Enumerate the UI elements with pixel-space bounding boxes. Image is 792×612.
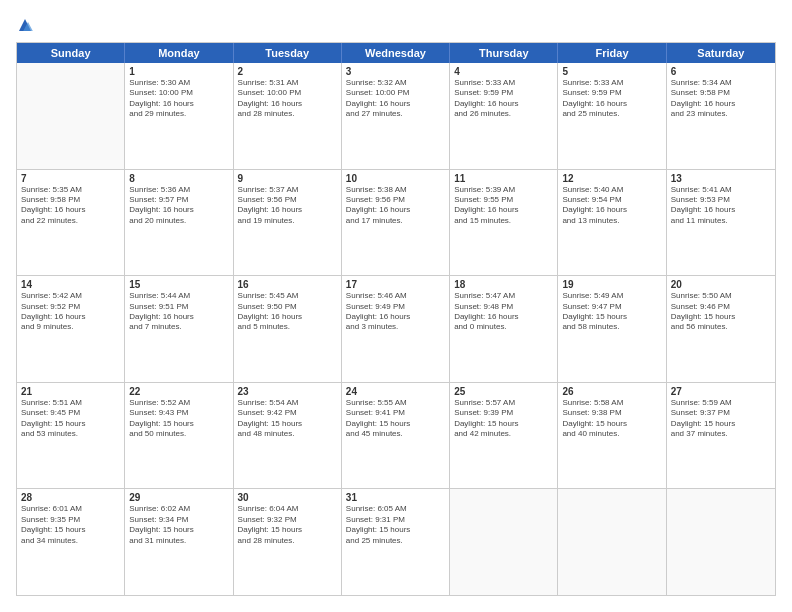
cell-info-line: Sunrise: 5:45 AM [238,291,337,301]
cell-info-line: and 11 minutes. [671,216,771,226]
cell-info-line: Sunset: 9:58 PM [671,88,771,98]
cell-info-line: Sunrise: 5:37 AM [238,185,337,195]
calendar-cell: 23Sunrise: 5:54 AMSunset: 9:42 PMDayligh… [234,383,342,489]
day-number: 22 [129,386,228,397]
cell-info-line: Sunset: 9:52 PM [21,302,120,312]
cell-info-line: Sunset: 9:32 PM [238,515,337,525]
calendar-cell: 5Sunrise: 5:33 AMSunset: 9:59 PMDaylight… [558,63,666,169]
cell-info-line: Sunrise: 5:33 AM [454,78,553,88]
calendar-cell: 16Sunrise: 5:45 AMSunset: 9:50 PMDayligh… [234,276,342,382]
cell-info-line: and 7 minutes. [129,322,228,332]
cell-info-line: and 17 minutes. [346,216,445,226]
logo [16,16,36,34]
calendar-cell: 21Sunrise: 5:51 AMSunset: 9:45 PMDayligh… [17,383,125,489]
calendar-cell: 11Sunrise: 5:39 AMSunset: 9:55 PMDayligh… [450,170,558,276]
cell-info-line: Sunrise: 5:51 AM [21,398,120,408]
header-day-saturday: Saturday [667,43,775,63]
cell-info-line: and 48 minutes. [238,429,337,439]
cell-info-line: Sunset: 9:47 PM [562,302,661,312]
cell-info-line: Daylight: 15 hours [129,525,228,535]
cell-info-line: Sunset: 9:51 PM [129,302,228,312]
calendar-cell: 26Sunrise: 5:58 AMSunset: 9:38 PMDayligh… [558,383,666,489]
day-number: 11 [454,173,553,184]
cell-info-line: and 40 minutes. [562,429,661,439]
cell-info-line: Daylight: 16 hours [238,205,337,215]
calendar-cell: 30Sunrise: 6:04 AMSunset: 9:32 PMDayligh… [234,489,342,595]
cell-info-line: and 42 minutes. [454,429,553,439]
cell-info-line: and 20 minutes. [129,216,228,226]
day-number: 17 [346,279,445,290]
cell-info-line: Daylight: 15 hours [671,312,771,322]
calendar-cell [450,489,558,595]
cell-info-line: Daylight: 15 hours [562,419,661,429]
cell-info-line: Sunrise: 5:30 AM [129,78,228,88]
calendar: SundayMondayTuesdayWednesdayThursdayFrid… [16,42,776,596]
cell-info-line: Sunset: 9:37 PM [671,408,771,418]
cell-info-line: Sunrise: 5:44 AM [129,291,228,301]
cell-info-line: Sunset: 9:35 PM [21,515,120,525]
cell-info-line: Sunrise: 5:42 AM [21,291,120,301]
cell-info-line: Sunrise: 5:39 AM [454,185,553,195]
cell-info-line: Daylight: 15 hours [562,312,661,322]
cell-info-line: Sunset: 9:41 PM [346,408,445,418]
calendar-cell: 14Sunrise: 5:42 AMSunset: 9:52 PMDayligh… [17,276,125,382]
cell-info-line: Sunset: 9:46 PM [671,302,771,312]
header-day-thursday: Thursday [450,43,558,63]
day-number: 19 [562,279,661,290]
day-number: 24 [346,386,445,397]
cell-info-line: Daylight: 16 hours [21,205,120,215]
calendar-cell: 17Sunrise: 5:46 AMSunset: 9:49 PMDayligh… [342,276,450,382]
cell-info-line: Sunrise: 6:05 AM [346,504,445,514]
cell-info-line: Daylight: 16 hours [346,312,445,322]
cell-info-line: and 58 minutes. [562,322,661,332]
cell-info-line: Daylight: 15 hours [238,525,337,535]
cell-info-line: Daylight: 15 hours [346,419,445,429]
cell-info-line: Sunset: 9:57 PM [129,195,228,205]
day-number: 20 [671,279,771,290]
cell-info-line: Sunrise: 5:49 AM [562,291,661,301]
calendar-cell: 7Sunrise: 5:35 AMSunset: 9:58 PMDaylight… [17,170,125,276]
cell-info-line: and 37 minutes. [671,429,771,439]
calendar-cell: 22Sunrise: 5:52 AMSunset: 9:43 PMDayligh… [125,383,233,489]
cell-info-line: Sunrise: 5:36 AM [129,185,228,195]
calendar-week-4: 21Sunrise: 5:51 AMSunset: 9:45 PMDayligh… [17,383,775,490]
cell-info-line: Sunset: 9:59 PM [562,88,661,98]
cell-info-line: and 56 minutes. [671,322,771,332]
calendar-cell: 15Sunrise: 5:44 AMSunset: 9:51 PMDayligh… [125,276,233,382]
day-number: 4 [454,66,553,77]
cell-info-line: Sunset: 9:39 PM [454,408,553,418]
calendar-cell: 28Sunrise: 6:01 AMSunset: 9:35 PMDayligh… [17,489,125,595]
cell-info-line: and 22 minutes. [21,216,120,226]
cell-info-line: Daylight: 16 hours [129,312,228,322]
cell-info-line: Daylight: 15 hours [346,525,445,535]
cell-info-line: Daylight: 16 hours [21,312,120,322]
calendar-header: SundayMondayTuesdayWednesdayThursdayFrid… [17,43,775,63]
cell-info-line: Sunrise: 5:35 AM [21,185,120,195]
cell-info-line: Sunrise: 5:31 AM [238,78,337,88]
header-day-wednesday: Wednesday [342,43,450,63]
calendar-week-5: 28Sunrise: 6:01 AMSunset: 9:35 PMDayligh… [17,489,775,595]
day-number: 18 [454,279,553,290]
cell-info-line: and 13 minutes. [562,216,661,226]
day-number: 31 [346,492,445,503]
calendar-cell: 10Sunrise: 5:38 AMSunset: 9:56 PMDayligh… [342,170,450,276]
cell-info-line: Sunrise: 5:40 AM [562,185,661,195]
cell-info-line: Sunrise: 6:01 AM [21,504,120,514]
cell-info-line: Sunset: 9:55 PM [454,195,553,205]
cell-info-line: Daylight: 15 hours [21,419,120,429]
day-number: 3 [346,66,445,77]
cell-info-line: Daylight: 16 hours [346,99,445,109]
page: SundayMondayTuesdayWednesdayThursdayFrid… [0,0,792,612]
calendar-cell: 9Sunrise: 5:37 AMSunset: 9:56 PMDaylight… [234,170,342,276]
cell-info-line: and 26 minutes. [454,109,553,119]
cell-info-line: and 34 minutes. [21,536,120,546]
cell-info-line: and 27 minutes. [346,109,445,119]
cell-info-line: and 23 minutes. [671,109,771,119]
cell-info-line: Sunset: 9:45 PM [21,408,120,418]
cell-info-line: Sunrise: 5:55 AM [346,398,445,408]
cell-info-line: Sunset: 9:31 PM [346,515,445,525]
header-day-tuesday: Tuesday [234,43,342,63]
cell-info-line: Sunset: 10:00 PM [129,88,228,98]
cell-info-line: Sunrise: 6:02 AM [129,504,228,514]
cell-info-line: Daylight: 16 hours [562,99,661,109]
